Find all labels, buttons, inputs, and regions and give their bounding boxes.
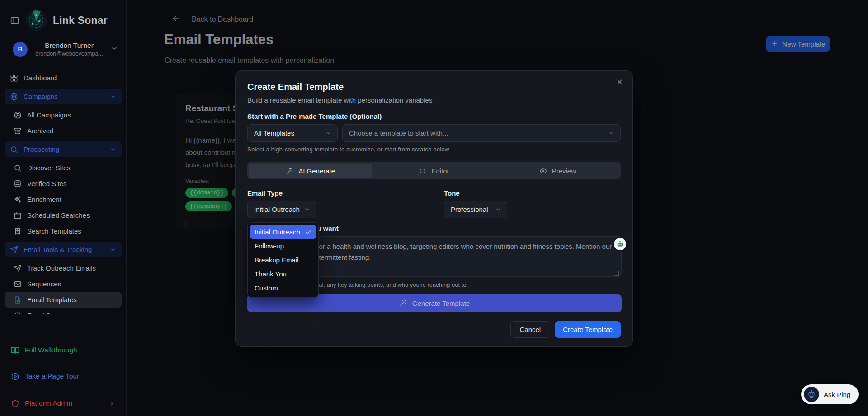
database-icon	[14, 180, 22, 188]
premade-helper: Select a high-converting template to cus…	[247, 146, 621, 153]
sparkles-icon	[14, 196, 22, 204]
main-content: Back to Dashboard Email Templates Create…	[127, 0, 868, 416]
file-pen-icon	[14, 296, 22, 304]
mode-tabs: AI Generate Editor Preview	[247, 162, 621, 179]
chevron-down-icon	[325, 130, 332, 136]
sidebar-item-search-templates[interactable]: Search Templates	[5, 223, 122, 239]
panel-left-icon[interactable]	[10, 16, 19, 25]
dropdown-option-follow-up[interactable]: Follow-up	[250, 239, 316, 253]
sidebar-item-scheduled-searches[interactable]: Scheduled Searches	[5, 207, 122, 223]
check-icon	[305, 229, 311, 235]
tone-label: Tone	[444, 189, 507, 197]
code-icon	[419, 167, 426, 175]
sidebar-section-campaigns[interactable]: Campaigns	[5, 89, 122, 104]
sidebar-item-sequences[interactable]: Sequences	[5, 276, 122, 292]
dropdown-option-initial-outreach[interactable]: Initial Outreach	[250, 225, 316, 239]
chevron-right-icon	[108, 400, 115, 407]
send-icon	[10, 246, 18, 254]
sidebar-item-all-campaigns[interactable]: All Campaigns	[5, 107, 122, 123]
sidebar-section-prospecting[interactable]: Prospecting	[5, 141, 122, 157]
search-icon	[14, 164, 22, 172]
wand-icon	[286, 167, 293, 175]
tab-preview[interactable]: Preview	[496, 164, 619, 178]
user-menu[interactable]: B Brendon Turner brendon@webdevcompa...	[0, 37, 126, 65]
chevron-down-icon	[304, 206, 310, 213]
email-type-dropdown: Initial Outreach Follow-up Breakup Email…	[247, 222, 319, 298]
dropdown-option-custom[interactable]: Custom	[250, 281, 316, 295]
app-window: Link Sonar B Brendon Turner brendon@webd…	[0, 0, 868, 416]
send-icon	[14, 264, 22, 272]
radar-logo-icon	[26, 10, 47, 31]
robot-mascot-icon	[804, 387, 819, 402]
chevron-down-icon	[608, 130, 615, 136]
create-template-button[interactable]: Create Template	[555, 321, 621, 338]
sidebar-nav: Dashboard Campaigns All Campaigns Archiv…	[0, 65, 126, 314]
book-open-icon	[11, 346, 19, 355]
tab-editor[interactable]: Editor	[372, 164, 495, 178]
chevron-down-icon	[495, 206, 501, 213]
close-icon[interactable]	[616, 78, 623, 86]
search-icon	[10, 145, 18, 154]
sidebar-item-dashboard[interactable]: Dashboard	[5, 70, 122, 86]
user-name: Brendon Turner	[34, 42, 104, 50]
chevron-down-icon[interactable]	[111, 45, 118, 54]
sidebar: Link Sonar B Brendon Turner brendon@webd…	[0, 0, 127, 416]
premade-label: Start with a Pre-made Template (Optional…	[247, 112, 621, 120]
sidebar-item-discover-sites[interactable]: Discover Sites	[5, 160, 122, 176]
clock-icon	[14, 312, 22, 314]
tone-select[interactable]: Professional	[444, 201, 507, 218]
target-icon	[10, 93, 18, 101]
chevron-down-icon	[110, 146, 116, 153]
email-type-select[interactable]: Initial Outreach	[247, 201, 316, 218]
dropdown-option-breakup-email[interactable]: Breakup Email	[250, 253, 316, 267]
shield-icon	[11, 399, 19, 408]
bookmark-plus-icon	[14, 227, 22, 235]
sidebar-item-archived[interactable]: Archived	[5, 123, 122, 139]
platform-admin-link[interactable]: Platform Admin	[5, 395, 122, 411]
target-icon	[14, 111, 22, 119]
avatar: B	[13, 42, 28, 57]
archive-icon	[14, 127, 22, 135]
chevron-down-icon	[110, 247, 116, 253]
sidebar-item-enrichment[interactable]: Enrichment	[5, 192, 122, 207]
template-filter-select[interactable]: All Templates	[247, 124, 338, 142]
eye-icon	[539, 167, 547, 175]
wand-icon	[399, 299, 407, 308]
ask-ping-label: Ask Ping	[824, 391, 850, 398]
page-tour-link[interactable]: Take a Page Tour	[5, 368, 122, 384]
sidebar-footer: Full Walkthrough Take a Page Tour Platfo…	[0, 342, 126, 416]
green-robot-icon[interactable]	[614, 238, 626, 250]
sidebar-item-email-templates[interactable]: Email Templates	[5, 292, 122, 308]
mail-icon	[14, 280, 22, 288]
email-type-label: Email Type	[247, 189, 316, 197]
tab-ai-generate[interactable]: AI Generate	[249, 164, 372, 178]
grid-icon	[10, 74, 18, 82]
sidebar-item-truncated[interactable]: Email S	[5, 308, 122, 314]
full-walkthrough-link[interactable]: Full Walkthrough	[5, 342, 122, 358]
dropdown-option-thank-you[interactable]: Thank You	[250, 267, 316, 281]
chevron-down-icon	[110, 93, 116, 100]
modal-subtitle: Build a reusable email template with per…	[247, 96, 621, 104]
app-title: Link Sonar	[53, 14, 108, 27]
create-template-modal: Create Email Template Build a reusable e…	[235, 70, 633, 347]
modal-title: Create Email Template	[247, 82, 621, 92]
calendar-icon	[14, 211, 22, 220]
play-circle-icon	[11, 372, 19, 381]
template-choose-select[interactable]: Choose a template to start with...	[342, 124, 621, 142]
ask-ping-button[interactable]: Ask Ping	[801, 384, 859, 404]
sidebar-item-track-outreach[interactable]: Track Outreach Emails	[5, 260, 122, 276]
sidebar-section-email-tools[interactable]: Email Tools & Tracking	[5, 242, 122, 257]
sidebar-item-verified-sites[interactable]: Verified Sites	[5, 176, 122, 192]
cancel-button[interactable]: Cancel	[510, 321, 551, 338]
sidebar-header: Link Sonar	[0, 0, 126, 37]
user-email: brendon@webdevcompa...	[34, 51, 104, 57]
